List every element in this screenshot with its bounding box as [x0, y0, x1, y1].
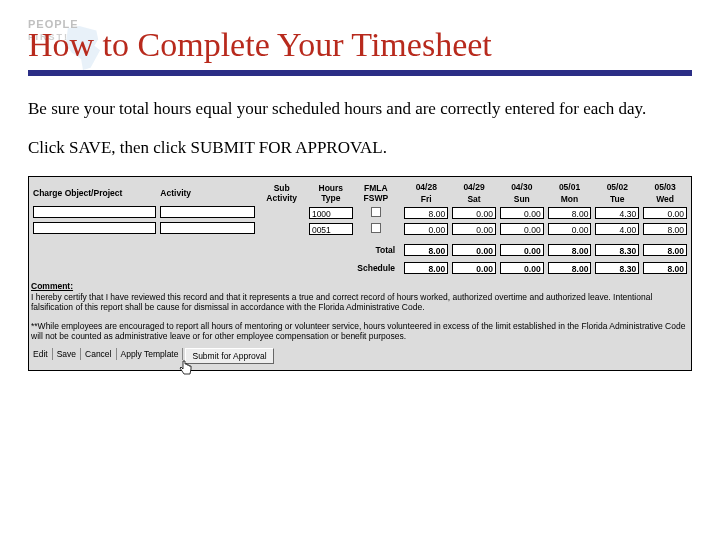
day-date-0: 04/28 [402, 181, 450, 193]
instruction-1: Be sure your total hours equal your sche… [28, 98, 692, 121]
hours-cell[interactable]: 0.00 [500, 223, 544, 235]
charge-input[interactable] [33, 222, 156, 234]
instruction-2: Click SAVE, then click SUBMIT FOR APPROV… [28, 137, 692, 160]
hours-cell[interactable]: 8.00 [404, 207, 448, 219]
timesheet-grid: Charge Object/Project Activity Sub Activ… [31, 181, 689, 275]
apply-template-button[interactable]: Apply Template [117, 348, 184, 360]
cancel-button[interactable]: Cancel [81, 348, 116, 360]
day-dow-4: Tue [593, 193, 641, 205]
schedule-cell: 0.00 [500, 262, 544, 274]
comment-block: Comment: I hereby certify that I have re… [31, 281, 689, 342]
button-row: Edit Save Cancel Apply Template Submit f… [31, 348, 689, 364]
day-dow-1: Sat [450, 193, 498, 205]
hours-type-input[interactable]: 0051 [309, 223, 353, 235]
hours-cell[interactable]: 0.00 [548, 223, 592, 235]
activity-input[interactable] [160, 206, 254, 218]
page-title: How to Complete Your Timesheet [28, 26, 692, 64]
hours-cell[interactable]: 4.00 [595, 223, 639, 235]
table-row: 1000 8.00 0.00 0.00 8.00 4.30 0.00 [31, 205, 689, 221]
fmla-checkbox[interactable] [371, 207, 381, 217]
hours-cell[interactable]: 0.00 [452, 223, 496, 235]
hours-type-input[interactable]: 1000 [309, 207, 353, 219]
hours-cell[interactable]: 0.00 [500, 207, 544, 219]
table-row: 0051 0.00 0.00 0.00 0.00 4.00 8.00 [31, 221, 689, 237]
total-label: Total [31, 243, 397, 257]
charge-input[interactable] [33, 206, 156, 218]
day-dow-0: Fri [402, 193, 450, 205]
hours-cell[interactable]: 0.00 [452, 207, 496, 219]
save-button[interactable]: Save [53, 348, 81, 360]
total-cell: 8.30 [595, 244, 639, 256]
day-dow-3: Mon [546, 193, 594, 205]
col-sub: Sub Activity [257, 181, 307, 205]
edit-button[interactable]: Edit [31, 348, 53, 360]
day-date-3: 05/01 [546, 181, 594, 193]
day-dow-5: Wed [641, 193, 689, 205]
total-cell: 8.00 [643, 244, 687, 256]
total-cell: 0.00 [500, 244, 544, 256]
day-date-4: 05/02 [593, 181, 641, 193]
fmla-checkbox[interactable] [371, 223, 381, 233]
activity-input[interactable] [160, 222, 254, 234]
hours-cell[interactable]: 8.00 [643, 223, 687, 235]
schedule-cell: 8.00 [643, 262, 687, 274]
submit-for-approval-button[interactable]: Submit for Approval [185, 348, 273, 364]
timesheet-screenshot: Charge Object/Project Activity Sub Activ… [28, 176, 692, 371]
day-date-5: 05/03 [641, 181, 689, 193]
certify-text: I hereby certify that I have reviewed th… [31, 292, 689, 313]
volunteer-note: **While employees are encouraged to repo… [31, 321, 689, 342]
hours-cell[interactable]: 8.00 [548, 207, 592, 219]
schedule-cell: 8.00 [404, 262, 448, 274]
day-date-1: 04/29 [450, 181, 498, 193]
title-rule [28, 70, 692, 76]
day-dow-2: Sun [498, 193, 546, 205]
schedule-cell: 8.30 [595, 262, 639, 274]
schedule-row: Schedule 8.00 0.00 0.00 8.00 8.30 8.00 [31, 261, 689, 275]
cursor-hand-icon [179, 360, 193, 379]
total-cell: 8.00 [404, 244, 448, 256]
col-charge: Charge Object/Project [31, 181, 158, 205]
day-date-2: 04/30 [498, 181, 546, 193]
hours-cell[interactable]: 0.00 [643, 207, 687, 219]
col-hours: Hours Type [307, 181, 355, 205]
schedule-cell: 8.00 [548, 262, 592, 274]
total-cell: 8.00 [548, 244, 592, 256]
comment-header: Comment: [31, 281, 689, 292]
hours-cell[interactable]: 4.30 [595, 207, 639, 219]
schedule-label: Schedule [31, 261, 397, 275]
col-fmla: FMLA FSWP [355, 181, 397, 205]
total-cell: 0.00 [452, 244, 496, 256]
hours-cell[interactable]: 0.00 [404, 223, 448, 235]
col-activity: Activity [158, 181, 256, 205]
total-row: Total 8.00 0.00 0.00 8.00 8.30 8.00 [31, 243, 689, 257]
schedule-cell: 0.00 [452, 262, 496, 274]
